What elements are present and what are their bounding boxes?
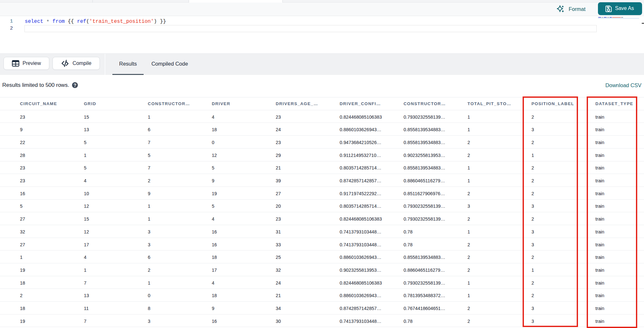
svg-text:?: ? bbox=[73, 83, 76, 88]
